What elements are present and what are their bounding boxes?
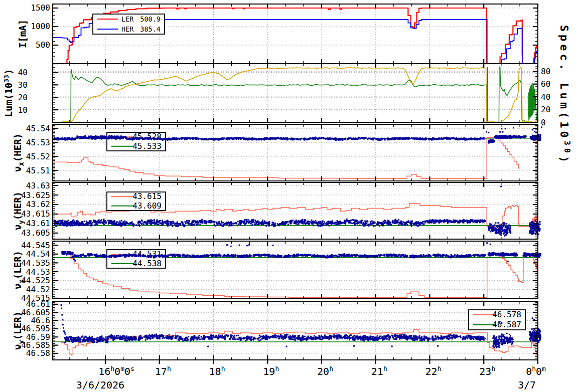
scatter-outlier [486,242,488,244]
x-tick-label: 16h​0m​0s​ [98,365,134,377]
legend-value: 45.533 [132,141,162,151]
y-tick-label: 30 [18,80,28,90]
scatter-outlier [65,334,66,335]
legend-value: 46.578 [492,310,521,319]
y-tick-label: 46.59 [26,332,50,342]
scatter-outlier [73,259,75,260]
scatter-outlier [207,346,209,347]
y-tick-label: 44.54 [26,249,50,259]
y-tick-label: 45.52 [26,152,50,161]
right-axis-tick-label: 80 [541,67,550,76]
scatter-outlier [230,246,232,247]
y-tick-label: 44.535 [21,258,50,268]
scatter-outlier [74,260,76,262]
y-tick-label: 43.625 [21,190,50,200]
legend: 45.52845.533 [107,132,166,151]
y-tick-label: 10 [18,105,28,115]
scatter-outlier [61,304,62,306]
scatter-outlier [500,186,502,187]
scatter-outlier [63,327,64,329]
y-tick-label: 43.63 [26,181,50,190]
scatter-outlier [62,324,64,325]
scatter-outlier [534,131,535,132]
scatter-outlier [513,127,514,128]
legend: LER500.9HER385.4 [93,14,165,34]
scatter-outlier [63,330,65,332]
y-tick-label: 44.53 [26,267,50,277]
scatter-outlier [505,128,506,129]
scatter-outlier [486,131,487,133]
scatter-outlier [490,244,491,245]
scatter-outlier [286,346,287,347]
y-tick-label: 45.54 [26,124,50,133]
legend-series-name: LER [121,15,134,23]
y-tick-label: 46.61 [26,299,50,309]
scatter-outlier [62,319,63,320]
legend: 46.57846.587 [469,310,525,330]
legend-value: 43.609 [132,201,162,211]
y-tick-label: 46.6 [31,316,50,325]
legend-value: 385.4 [140,25,161,33]
y-tick-label: 500 [36,40,50,50]
scatter-outlier [226,244,228,246]
scatter-outlier [498,321,500,323]
scatter-outlier [502,131,504,133]
legend-value: 43.615 [132,191,162,201]
y-tick-label: 44.525 [21,276,50,285]
scatter-outlier [532,317,533,319]
scatter-outlier [61,314,63,316]
y-tick-label: 1000 [31,22,50,31]
scatter-outlier [391,345,393,347]
legend: 44.53144.538 [107,249,166,268]
y-tick-label: 45.51 [26,166,50,175]
legend-value: 46.587 [492,320,521,329]
y-tick-label: 43.61 [26,219,50,228]
scatter-outlier [353,345,355,347]
scatter-outlier [239,245,240,246]
y-tick-label: 44.52 [26,285,50,294]
tune-monitor-figure: LER500.9HER385.450010001500I[mA]02040608… [0,0,579,392]
scatter-outlier [248,244,250,246]
scatter-outlier [507,261,509,262]
y-tick-label: 45.53 [26,138,50,147]
right-axis-tick-label: 20 [541,105,550,114]
legend-series-name: HER [121,25,134,33]
y-tick-label: 44.545 [21,241,50,250]
y-tick-label: 46.58 [26,348,50,358]
y-tick-label: 46.595 [21,324,50,333]
y-axis-label: I[mA] [17,20,28,48]
scatter-outlier [501,128,502,129]
scatter-outlier [246,245,248,246]
scatter-outlier [64,332,66,334]
chart-svg: LER500.9HER385.450010001500I[mA]02040608… [0,0,579,392]
legend-value: 45.528 [132,132,162,141]
right-axis-tick-label: 60 [541,79,550,89]
y-tick-label: 43.615 [21,209,50,219]
right-axis-tick-label: 0 [541,118,546,127]
scatter-outlier [61,308,62,309]
scatter-outlier [501,322,502,324]
legend: 43.61543.609 [107,191,166,211]
scatter-outlier [532,129,533,130]
date-label-right: 3/7 [518,379,536,391]
y-tick-label: 20 [18,93,28,102]
y-tick-label: 43.62 [26,200,50,209]
legend-value: 500.9 [140,15,161,23]
y-tick-label: 40 [18,68,28,77]
scatter-outlier [541,126,542,128]
scatter-outlier [272,245,274,246]
date-label-left: 3/6/2026 [76,379,124,391]
scatter-outlier [437,345,439,347]
scatter-outlier [499,131,501,133]
y-tick-label: 43.605 [21,228,50,238]
y-tick-label: 1500 [31,3,50,13]
y-tick-label: 46.605 [21,308,50,317]
y-tick-label: 46.585 [21,340,50,350]
legend-value: 44.538 [132,259,162,268]
scatter-outlier [488,132,489,133]
right-axis-tick-label: 40 [541,92,550,102]
